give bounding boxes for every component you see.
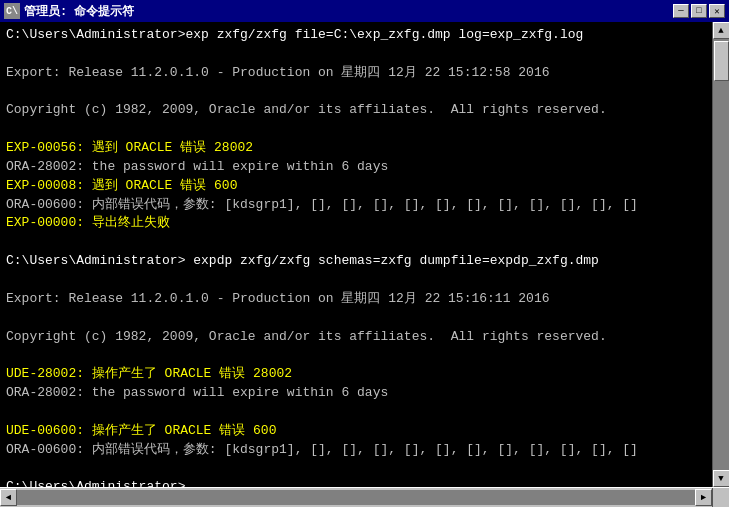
scroll-thumb[interactable] xyxy=(714,41,729,81)
vertical-scrollbar[interactable]: ▲ ▼ xyxy=(712,22,729,487)
scrollbar-corner xyxy=(712,488,729,508)
window-controls: ─ □ ✕ xyxy=(673,4,725,18)
maximize-button[interactable]: □ xyxy=(691,4,707,18)
close-button[interactable]: ✕ xyxy=(709,4,725,18)
scroll-left-button[interactable]: ◄ xyxy=(0,489,17,506)
scroll-down-button[interactable]: ▼ xyxy=(713,470,730,487)
h-scroll-track[interactable] xyxy=(17,490,695,505)
terminal-output[interactable]: C:\Users\Administrator>exp zxfg/zxfg fil… xyxy=(0,22,712,487)
status-bar: ◄ ► xyxy=(0,487,729,507)
terminal-wrapper: C:\Users\Administrator>exp zxfg/zxfg fil… xyxy=(0,22,729,487)
scroll-right-button[interactable]: ► xyxy=(695,489,712,506)
title-bar: C\ 管理员: 命令提示符 ─ □ ✕ xyxy=(0,0,729,22)
horizontal-scrollbar[interactable]: ◄ ► xyxy=(0,488,712,507)
scroll-up-button[interactable]: ▲ xyxy=(713,22,730,39)
minimize-button[interactable]: ─ xyxy=(673,4,689,18)
scroll-track[interactable] xyxy=(713,39,729,470)
window-title: 管理员: 命令提示符 xyxy=(24,3,134,20)
title-bar-left: C\ 管理员: 命令提示符 xyxy=(4,3,134,20)
app-icon: C\ xyxy=(4,3,20,19)
